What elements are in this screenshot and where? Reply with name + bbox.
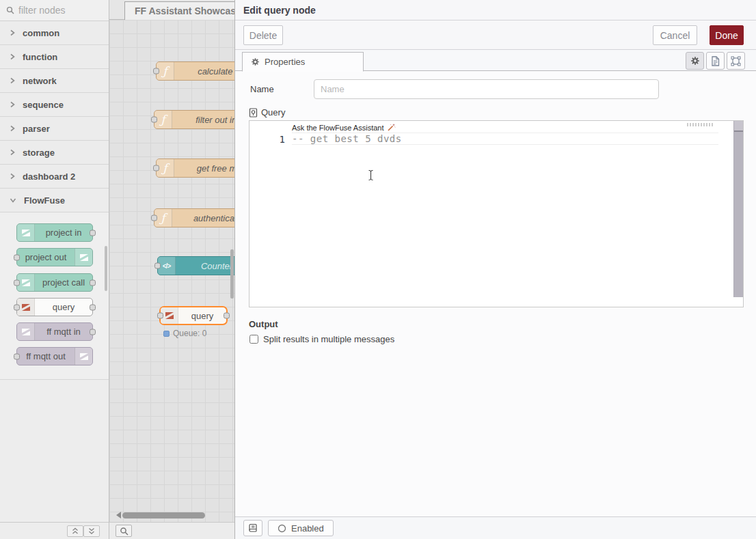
- output-port[interactable]: [90, 230, 96, 236]
- input-port[interactable]: [151, 117, 157, 123]
- editor-minimap: [687, 123, 714, 126]
- output-port[interactable]: [90, 329, 96, 335]
- chevron-right-icon: [10, 101, 15, 108]
- palette-scrollbar[interactable]: [105, 246, 107, 291]
- palette-category-network[interactable]: network: [0, 69, 109, 93]
- palette-category-label: sequence: [23, 100, 64, 110]
- workspace-tab[interactable]: FF Assistant Showcase: [124, 1, 234, 20]
- palette-footer: [0, 522, 109, 539]
- workspace-tab-label: FF Assistant Showcase: [135, 5, 234, 16]
- input-port[interactable]: [153, 165, 159, 171]
- node-status: Queue: 0: [163, 329, 206, 338]
- tray-header: Edit query node: [235, 0, 756, 20]
- filter-nodes-input[interactable]: [18, 5, 94, 16]
- palette-category-label: parser: [23, 124, 50, 134]
- book-icon: [248, 523, 258, 533]
- palette-category-common[interactable]: common: [0, 21, 109, 45]
- palette-node-label: ff mqtt in: [35, 323, 92, 340]
- assistant-hint[interactable]: Ask the FlowFuse Assistant: [292, 123, 396, 132]
- palette-node-project-in[interactable]: project in: [16, 223, 93, 242]
- canvas-horizontal-scrollbar[interactable]: [122, 512, 205, 519]
- output-section-label: Output: [249, 319, 278, 329]
- flow-node-calculate[interactable]: ƒ calculate `pa: [156, 61, 234, 81]
- output-port[interactable]: [224, 313, 230, 319]
- palette-node-ff-mqtt-out[interactable]: ff mqtt out: [16, 347, 93, 365]
- palette-node-project-out[interactable]: project out: [16, 248, 93, 266]
- tray-body: Name Query Ask the FlowFuse Assistant 1 …: [235, 72, 756, 516]
- chevron-right-icon: [10, 173, 15, 180]
- canvas-vertical-scrollbar[interactable]: [230, 249, 234, 299]
- frame-select-icon: [731, 56, 741, 66]
- input-port[interactable]: [14, 279, 20, 286]
- name-input[interactable]: [314, 79, 659, 99]
- query-icon: [249, 108, 258, 118]
- status-dot-icon: [163, 331, 170, 337]
- palette-category-flowfuse[interactable]: FlowFuse: [0, 189, 109, 212]
- palette-node-label: ff mqtt out: [17, 348, 75, 365]
- double-chevron-down-icon: [88, 527, 95, 535]
- code-line[interactable]: -- get best 5 dvds: [292, 133, 402, 144]
- expand-all-button[interactable]: [83, 525, 100, 537]
- chevron-right-icon: [10, 77, 15, 84]
- double-chevron-up-icon: [72, 527, 79, 535]
- tab-properties[interactable]: Properties: [242, 52, 364, 72]
- palette-category-dashboard2[interactable]: dashboard 2: [0, 165, 109, 189]
- palette-category-storage[interactable]: storage: [0, 141, 109, 165]
- output-port[interactable]: [90, 279, 96, 286]
- done-button[interactable]: Done: [710, 25, 744, 45]
- flow-node-filter[interactable]: ƒ filter out inac: [154, 110, 234, 129]
- flow-node-get-free-mem[interactable]: ƒ get free mem: [156, 158, 234, 178]
- flow-node-authenticate[interactable]: ƒ authenticateU: [154, 208, 234, 227]
- palette-category-parser[interactable]: parser: [0, 117, 109, 141]
- palette-category-sequence[interactable]: sequence: [0, 93, 109, 117]
- palette-category-label: dashboard 2: [23, 171, 75, 182]
- flow-node-label: Counter: [176, 257, 234, 275]
- flow-node-counter[interactable]: </> Counter: [157, 256, 234, 275]
- delete-button[interactable]: Delete: [243, 25, 283, 45]
- cancel-button[interactable]: Cancel: [653, 25, 697, 45]
- search-flows-button[interactable]: [116, 525, 132, 537]
- flow-node-query-selected[interactable]: query: [159, 306, 228, 325]
- node-help-button[interactable]: [243, 520, 262, 536]
- editor-rule: [292, 144, 718, 145]
- input-port[interactable]: [151, 215, 157, 221]
- flow-canvas[interactable]: FF Assistant Showcase ƒ calculate `pa ƒ …: [109, 0, 234, 539]
- flow-node-label: filter out inac: [172, 111, 234, 128]
- tray-title: Edit query node: [243, 5, 316, 16]
- canvas-footer: [109, 522, 234, 539]
- output-port[interactable]: [90, 304, 96, 310]
- palette-node-query[interactable]: query: [16, 298, 93, 316]
- project-split-icon: [75, 249, 92, 266]
- palette-category-label: function: [23, 52, 57, 62]
- split-results-checkbox[interactable]: [249, 335, 258, 344]
- editor-scrollbar[interactable]: [733, 121, 743, 297]
- description-button[interactable]: [706, 52, 725, 70]
- palette-category-function[interactable]: function: [0, 45, 109, 69]
- palette-node-label: project out: [17, 249, 75, 266]
- edit-tray: Edit query node Delete Cancel Done Prope…: [234, 0, 756, 539]
- input-port[interactable]: [14, 254, 20, 260]
- edit-properties-button[interactable]: [686, 52, 704, 70]
- assistant-hint-label: Ask the FlowFuse Assistant: [292, 124, 384, 132]
- input-port[interactable]: [153, 68, 159, 74]
- node-red-app: common function network sequence parser …: [0, 0, 756, 539]
- input-port[interactable]: [14, 304, 20, 310]
- scroll-left-arrow[interactable]: [113, 512, 121, 519]
- palette-node-ff-mqtt-in[interactable]: ff mqtt in: [16, 322, 93, 341]
- query-label: Query: [261, 107, 285, 118]
- input-port[interactable]: [157, 313, 163, 319]
- input-port[interactable]: [14, 353, 20, 359]
- appearance-button[interactable]: [727, 52, 745, 70]
- query-code-editor[interactable]: Ask the FlowFuse Assistant 1 -- get best…: [249, 120, 744, 307]
- tray-footer: Enabled: [235, 516, 756, 539]
- enabled-toggle-button[interactable]: Enabled: [268, 520, 334, 536]
- enabled-label: Enabled: [291, 523, 324, 534]
- input-port[interactable]: [154, 263, 161, 269]
- palette-node-label: project call: [35, 274, 92, 291]
- chevron-down-icon: [10, 197, 16, 203]
- collapse-all-button[interactable]: [67, 525, 83, 537]
- mqtt-split-icon: [75, 348, 92, 365]
- palette-node-project-call[interactable]: project call: [16, 273, 93, 292]
- canvas-grid[interactable]: ƒ calculate `pa ƒ filter out inac ƒ get …: [109, 20, 234, 522]
- workspace-tabbar: FF Assistant Showcase: [109, 0, 234, 20]
